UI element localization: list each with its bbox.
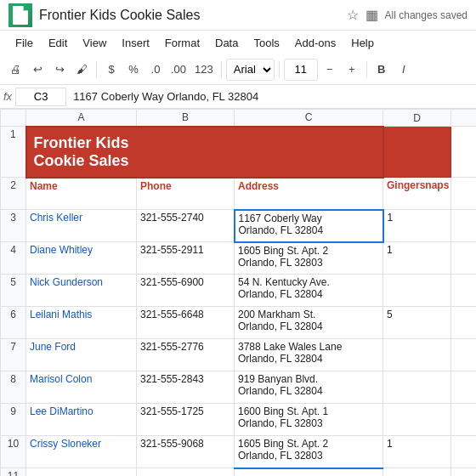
cell-d10[interactable]: 1 xyxy=(383,436,451,468)
cell-b9[interactable]: 321-555-1725 xyxy=(137,404,235,436)
cell-e5[interactable] xyxy=(451,275,477,307)
header-name[interactable]: Name xyxy=(26,178,137,210)
font-size-input[interactable] xyxy=(284,59,318,81)
cell-c10[interactable]: 1605 Bing St. Apt. 2Orlando, FL 32803 xyxy=(235,436,383,468)
cell-c6[interactable]: 200 Markham St.Orlando, FL 32804 xyxy=(235,307,383,339)
cell-d5[interactable] xyxy=(383,275,451,307)
row-header-3: 3 xyxy=(1,210,26,242)
folder-icon[interactable]: ▦ xyxy=(366,7,378,23)
title-bar: Frontier Kids Cookie Sales ☆ ▦ All chang… xyxy=(0,0,476,31)
star-icon[interactable]: ☆ xyxy=(347,7,359,23)
col-header-e[interactable] xyxy=(451,110,477,127)
row-2: 2 Name Phone Address Gingersnaps xyxy=(1,178,477,210)
cell-e7[interactable] xyxy=(451,339,477,371)
menu-view[interactable]: View xyxy=(76,35,113,51)
menu-edit[interactable]: Edit xyxy=(42,35,74,51)
cell-a4[interactable]: Diane Whitley xyxy=(26,242,137,275)
row-header-6: 6 xyxy=(1,307,26,339)
menu-data[interactable]: Data xyxy=(208,35,245,51)
cell-b6[interactable]: 321-555-6648 xyxy=(137,307,235,339)
cell-a8[interactable]: Marisol Colon xyxy=(26,371,137,404)
font-family-select[interactable]: Arial xyxy=(226,59,275,81)
cell-a9[interactable]: Lee DiMartino xyxy=(26,404,137,436)
cell-e6[interactable] xyxy=(451,307,477,339)
cell-e1[interactable] xyxy=(451,127,477,178)
cell-c4[interactable]: 1605 Bing St. Apt. 2Orlando, FL 32803 xyxy=(235,242,383,275)
print-button[interactable]: 🖨 xyxy=(5,58,26,82)
font-size-decrease[interactable]: − xyxy=(320,58,340,82)
cell-b7[interactable]: 321-555-2776 xyxy=(137,339,235,371)
cell-d1[interactable] xyxy=(383,127,451,178)
cell-d4[interactable]: 1 xyxy=(383,242,451,275)
header-phone[interactable]: Phone xyxy=(137,178,235,210)
menu-tools[interactable]: Tools xyxy=(246,35,286,51)
table-row: 11 xyxy=(1,468,477,477)
grid: A B C D 1 Frontier KidsCookie Sales 2 Na… xyxy=(0,109,476,476)
cell-e2[interactable] xyxy=(451,178,477,210)
cell-a6[interactable]: Leilani Mathis xyxy=(26,307,137,339)
cell-a3[interactable]: Chris Keller xyxy=(26,210,137,242)
decimal-decrease-button[interactable]: .0 xyxy=(145,58,166,82)
cell-a5[interactable]: Nick Gunderson xyxy=(26,275,137,307)
redo-button[interactable]: ↪ xyxy=(49,58,70,82)
decimal-increase-button[interactable]: .00 xyxy=(167,58,190,82)
font-size-increase[interactable]: + xyxy=(342,58,362,82)
cell-a7[interactable]: June Ford xyxy=(26,339,137,371)
cell-e4[interactable] xyxy=(451,242,477,275)
fx-icon: fx xyxy=(3,90,12,103)
cell-d3[interactable]: 1 xyxy=(383,210,451,242)
menu-insert[interactable]: Insert xyxy=(115,35,156,51)
percent-button[interactable]: % xyxy=(123,58,144,82)
formula-input[interactable] xyxy=(70,90,473,103)
cell-a11[interactable] xyxy=(26,468,137,477)
cell-c3[interactable]: 1167 Coberly WayOrlando, FL 32804 xyxy=(235,210,383,242)
cell-c9[interactable]: 1600 Bing St. Apt. 1Orlando, FL 32803 xyxy=(235,404,383,436)
menu-format[interactable]: Format xyxy=(158,35,207,51)
cell-e10[interactable] xyxy=(451,436,477,468)
sheets-logo xyxy=(8,3,32,27)
cell-e9[interactable] xyxy=(451,404,477,436)
italic-button[interactable]: I xyxy=(394,58,414,82)
menu-file[interactable]: File xyxy=(8,35,40,51)
spreadsheet: A B C D 1 Frontier KidsCookie Sales 2 Na… xyxy=(0,109,476,476)
cell-c7[interactable]: 3788 Lake Wales LaneOrlando, FL 32804 xyxy=(235,339,383,371)
cell-c5[interactable]: 54 N. Kentucky Ave.Orlando, FL 32804 xyxy=(235,275,383,307)
cell-b8[interactable]: 321-555-2843 xyxy=(137,371,235,404)
cell-b10[interactable]: 321-555-9068 xyxy=(137,436,235,468)
title-merged-cell[interactable]: Frontier KidsCookie Sales xyxy=(26,127,383,178)
bold-button[interactable]: B xyxy=(371,58,392,82)
cell-e8[interactable] xyxy=(451,371,477,404)
table-row: 6 Leilani Mathis 321-555-6648 200 Markha… xyxy=(1,307,477,339)
separator-4 xyxy=(366,61,367,78)
col-header-a[interactable]: A xyxy=(26,110,137,127)
col-header-c[interactable]: C xyxy=(235,110,383,127)
cell-d7[interactable] xyxy=(383,339,451,371)
cell-b4[interactable]: 321-555-2911 xyxy=(137,242,235,275)
menu-addons[interactable]: Add-ons xyxy=(288,35,343,51)
cell-e11[interactable] xyxy=(451,468,477,477)
cell-a10[interactable]: Crissy Sloneker xyxy=(26,436,137,468)
row-header-1: 1 xyxy=(1,127,26,178)
header-address[interactable]: Address xyxy=(235,178,383,210)
cell-reference-input[interactable] xyxy=(15,88,66,106)
header-gingersnaps[interactable]: Gingersnaps xyxy=(383,178,451,210)
cell-d9[interactable] xyxy=(383,404,451,436)
cell-d8[interactable] xyxy=(383,371,451,404)
cell-e3[interactable] xyxy=(451,210,477,242)
cell-d11[interactable] xyxy=(383,468,451,477)
cell-c8[interactable]: 919 Banyan Blvd.Orlando, FL 32804 xyxy=(235,371,383,404)
cell-b5[interactable]: 321-555-6900 xyxy=(137,275,235,307)
menu-help[interactable]: Help xyxy=(344,35,381,51)
table-row: 10 Crissy Sloneker 321-555-9068 1605 Bin… xyxy=(1,436,477,468)
row-header-9: 9 xyxy=(1,404,26,436)
currency-button[interactable]: $ xyxy=(101,58,122,82)
format-123-button[interactable]: 123 xyxy=(191,58,217,82)
col-header-b[interactable]: B xyxy=(137,110,235,127)
paint-format-button[interactable]: 🖌 xyxy=(71,58,92,82)
col-header-d[interactable]: D xyxy=(383,110,451,127)
cell-d6[interactable]: 5 xyxy=(383,307,451,339)
undo-button[interactable]: ↩ xyxy=(27,58,48,82)
cell-b11[interactable] xyxy=(137,468,235,477)
cell-b3[interactable]: 321-555-2740 xyxy=(137,210,235,242)
cell-c11[interactable] xyxy=(235,468,383,477)
